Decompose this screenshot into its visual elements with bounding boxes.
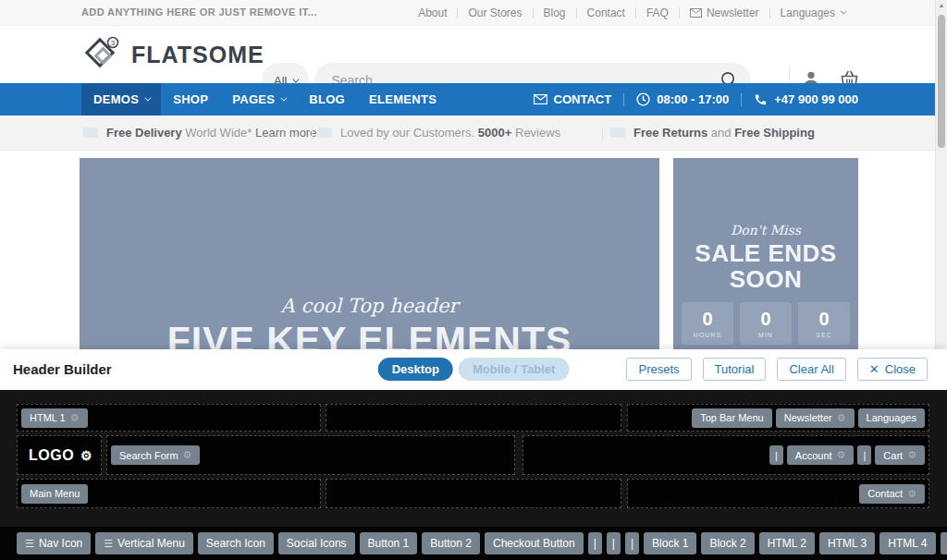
gear-icon[interactable]: ⚙︎ xyxy=(70,412,80,424)
builder-row2-cell-right[interactable]: | Account⚙︎ | Cart⚙︎ xyxy=(523,435,929,475)
topbar-link-languages[interactable]: Languages xyxy=(770,6,855,19)
tray-item-button-1[interactable]: Button 1 xyxy=(360,532,418,554)
nav-item-shop[interactable]: SHOP xyxy=(161,83,220,116)
clear-all-button[interactable]: Clear All xyxy=(777,358,845,381)
site-logo[interactable]: 3 FLATSOME xyxy=(81,36,264,73)
countdown-value: 0 xyxy=(702,310,712,328)
envelope-icon xyxy=(690,8,702,18)
tray-item-checkout-button[interactable]: Checkout Button xyxy=(485,532,584,554)
tray-item-label: Nav Icon xyxy=(39,537,82,550)
tray-item-button-2[interactable]: Button 2 xyxy=(422,532,480,554)
tray-item-block-1[interactable]: Block 1 xyxy=(644,532,696,554)
tab-mobile-tablet[interactable]: Mobile / Tablet xyxy=(459,358,569,381)
chip-label: | xyxy=(863,450,866,461)
tray-item-html-2[interactable]: HTML 2 xyxy=(759,532,815,554)
builder-logo-cell[interactable]: LOGO⚙ xyxy=(17,435,102,475)
topbar-link-label: FAQ xyxy=(646,6,669,19)
tray-item-vertical-menu[interactable]: ☰Vertical Menu xyxy=(95,532,193,554)
button-label: Close xyxy=(885,362,916,376)
builder-row1-cell-left[interactable]: HTML 1⚙︎ xyxy=(17,404,321,432)
builder-logo-element[interactable]: LOGO⚙ xyxy=(29,447,92,464)
nav-contact-info: CONTACT 08:00 - 17:00 +47 900 99 000 xyxy=(534,83,858,116)
tray-item-divider[interactable]: | xyxy=(588,532,602,554)
builder-chip-newsletter[interactable]: Newsletter⚙︎ xyxy=(776,408,855,428)
tray-item-search-icon[interactable]: Search Icon xyxy=(198,532,274,554)
feature-link[interactable]: Learn more xyxy=(255,126,316,140)
topbar-link-our-stores[interactable]: Our Stores xyxy=(458,6,532,19)
builder-row3-cell-center[interactable] xyxy=(326,479,621,508)
tray-item-html-4[interactable]: HTML 4 xyxy=(879,532,935,554)
clock-icon xyxy=(636,92,650,106)
gear-icon[interactable]: ⚙︎ xyxy=(907,488,916,500)
builder-chip-cart[interactable]: Cart⚙︎ xyxy=(875,445,925,465)
nav-item-blog[interactable]: BLOG xyxy=(297,83,357,116)
nav-contact-label: CONTACT xyxy=(554,92,612,106)
phone-number[interactable]: +47 900 99 000 xyxy=(754,92,858,106)
hero-banner[interactable]: A cool Top header FIVE KEY ELEMENTS xyxy=(80,158,659,349)
tray-item-html-5[interactable]: HTML 5 xyxy=(941,532,947,554)
scrollbar-up-arrow[interactable]: ▲ xyxy=(936,2,947,8)
nav-menu: DEMOS SHOP PAGES BLOG ELEMENTS xyxy=(81,83,449,116)
topbar-link-about[interactable]: About xyxy=(408,6,457,19)
presets-button[interactable]: Presets xyxy=(626,358,691,381)
hero-title: FIVE KEY ELEMENTS xyxy=(80,319,659,349)
nav-contact-link[interactable]: CONTACT xyxy=(534,92,612,106)
header-builder-bar: Header Builder Desktop Mobile / Tablet P… xyxy=(0,349,947,390)
gear-icon[interactable]: ⚙︎ xyxy=(837,412,846,424)
builder-row3-cell-right[interactable]: Contact⚙︎ xyxy=(627,479,929,508)
chip-label: Contact xyxy=(867,488,903,499)
builder-element-tray: ☰Nav Icon ☰Vertical Menu Search Icon Soc… xyxy=(0,527,947,560)
topbar-link-blog[interactable]: Blog xyxy=(534,6,576,19)
tray-item-block-2[interactable]: Block 2 xyxy=(701,532,754,554)
topbar-link-faq[interactable]: FAQ xyxy=(636,6,679,19)
tray-item-html-3[interactable]: HTML 3 xyxy=(819,532,875,554)
tray-item-nav-icon[interactable]: ☰Nav Icon xyxy=(17,532,91,554)
topbar-link-label: About xyxy=(418,6,447,19)
builder-chip-contact[interactable]: Contact⚙︎ xyxy=(859,484,925,504)
nav-item-pages[interactable]: PAGES xyxy=(220,83,297,116)
tutorial-button[interactable]: Tutorial xyxy=(703,358,767,381)
nav-item-elements[interactable]: ELEMENTS xyxy=(357,83,449,116)
tray-item-label: | xyxy=(612,537,615,550)
topbar-link-label: Contact xyxy=(587,6,625,19)
topbar-link-contact[interactable]: Contact xyxy=(577,6,635,19)
countdown-seconds: 0 SEC xyxy=(798,302,850,345)
gear-icon[interactable]: ⚙︎ xyxy=(907,449,916,461)
builder-row1-cell-center[interactable] xyxy=(326,404,621,432)
tab-desktop[interactable]: Desktop xyxy=(378,358,453,381)
builder-chip-main-menu[interactable]: Main Menu xyxy=(21,484,88,504)
scrollbar-track[interactable]: ▲ xyxy=(935,0,947,349)
builder-chip-top-bar-menu[interactable]: Top Bar Menu xyxy=(692,408,771,428)
close-button[interactable]: ✕Close xyxy=(857,358,928,381)
topbar-link-newsletter[interactable]: Newsletter xyxy=(680,6,769,19)
tray-item-divider[interactable]: | xyxy=(607,532,621,554)
builder-row2-cell-center[interactable]: Search Form⚙︎ xyxy=(106,435,515,475)
builder-chip-divider[interactable]: | xyxy=(769,445,783,465)
builder-row3-cell-left[interactable]: Main Menu xyxy=(17,479,321,508)
builder-chip-account[interactable]: Account⚙︎ xyxy=(787,445,855,465)
feature-text: Reviews xyxy=(515,126,560,140)
builder-chip-divider[interactable]: | xyxy=(857,445,871,465)
gear-icon[interactable]: ⚙︎ xyxy=(837,449,846,461)
chevron-down-icon xyxy=(840,8,846,15)
builder-chip-html1[interactable]: HTML 1⚙︎ xyxy=(21,408,88,428)
tray-item-divider[interactable]: | xyxy=(625,532,639,554)
chip-label: Account xyxy=(795,450,832,461)
svg-text:3: 3 xyxy=(111,39,116,47)
feature-returns: Free Returns and Free Shipping xyxy=(610,116,815,150)
builder-chip-search-form[interactable]: Search Form⚙︎ xyxy=(111,445,200,465)
brand-name: FLATSOME xyxy=(131,42,264,68)
tray-item-label: Search Icon xyxy=(206,537,265,550)
nav-item-label: BLOG xyxy=(309,92,345,106)
chip-label: | xyxy=(775,450,778,461)
sale-banner[interactable]: Don't Miss SALE ENDS SOON 0 HOURS 0 MIN … xyxy=(673,158,858,349)
tray-item-label: Checkout Button xyxy=(493,537,575,550)
nav-item-demos[interactable]: DEMOS xyxy=(81,83,161,116)
gear-icon[interactable]: ⚙ xyxy=(80,448,92,463)
gear-icon[interactable]: ⚙︎ xyxy=(183,449,192,461)
builder-row1-cell-right[interactable]: Top Bar Menu Newsletter⚙︎ Languages xyxy=(627,404,929,432)
tray-item-social-icons[interactable]: Social Icons xyxy=(278,532,355,554)
scrollbar-thumb[interactable] xyxy=(938,15,945,148)
builder-chip-languages[interactable]: Languages xyxy=(858,408,925,428)
topbar-link-label: Newsletter xyxy=(707,6,759,19)
